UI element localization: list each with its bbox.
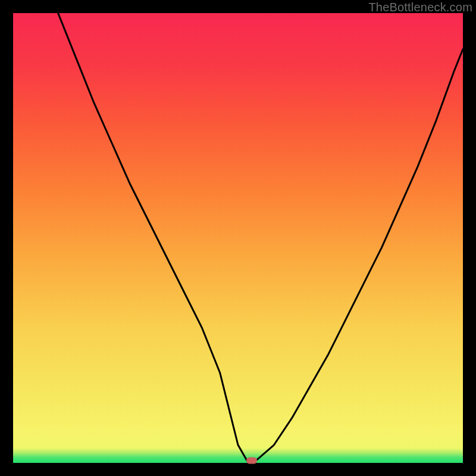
bottleneck-curve (58, 13, 463, 461)
watermark-text: TheBottleneck.com (368, 1, 472, 14)
plot-area (13, 13, 463, 463)
curve-minimum-marker (246, 458, 257, 464)
curve-svg (13, 13, 463, 463)
chart-stage: TheBottleneck.com (0, 0, 476, 476)
